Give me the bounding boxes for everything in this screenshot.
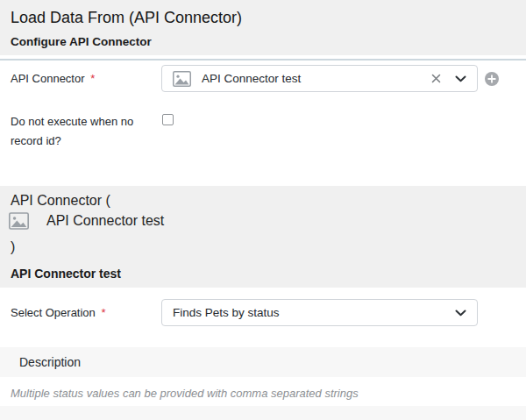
- connector-section: API Connector ( API Connector test ) API…: [0, 186, 526, 288]
- operation-select[interactable]: Finds Pets by status: [161, 299, 478, 326]
- add-connector-button[interactable]: [485, 72, 499, 86]
- page-title: Load Data From (API Connector): [11, 7, 515, 28]
- operation-description-text: Multiple status values can be provided w…: [11, 386, 359, 401]
- image-icon: [173, 71, 191, 87]
- header-divider: [0, 59, 526, 61]
- clear-selection-icon[interactable]: [430, 72, 443, 85]
- connector-subheading: API Connector test: [11, 266, 515, 281]
- api-connector-field-row: API Connector * API Connector test: [0, 65, 526, 92]
- description-header: Description: [19, 355, 81, 369]
- required-asterisk: *: [90, 72, 95, 85]
- required-asterisk: *: [101, 306, 105, 319]
- no-record-label: Do not execute when no record id?: [11, 112, 153, 151]
- connector-heading-open: API Connector (: [11, 191, 515, 210]
- select-operation-label-text: Select Operation: [11, 306, 96, 319]
- connector-name-row: API Connector test: [11, 210, 515, 231]
- api-connector-label-text: API Connector: [11, 72, 85, 85]
- panel-header: Load Data From (API Connector) Configure…: [0, 0, 526, 55]
- chevron-down-icon[interactable]: [455, 310, 466, 317]
- no-record-checkbox[interactable]: [162, 114, 174, 125]
- api-connector-label: API Connector *: [11, 65, 95, 92]
- load-data-panel: Load Data From (API Connector) Configure…: [0, 0, 526, 420]
- next-section-bar: [0, 406, 526, 420]
- configure-section-title: Configure API Connector: [11, 34, 515, 50]
- connector-heading-close: ): [11, 238, 515, 256]
- operation-selected-value: Finds Pets by status: [173, 306, 280, 319]
- api-connector-select[interactable]: API Connector test: [161, 65, 478, 92]
- description-header-band: Description: [0, 347, 526, 377]
- connector-name: API Connector test: [46, 213, 164, 229]
- chevron-down-icon[interactable]: [455, 75, 466, 82]
- api-connector-selected-value: API Connector test: [202, 72, 301, 85]
- select-operation-field-row: Select Operation * Finds Pets by status: [0, 299, 526, 326]
- plus-circle-icon: [485, 72, 499, 86]
- select-operation-label: Select Operation *: [11, 299, 106, 326]
- image-icon: [9, 212, 29, 230]
